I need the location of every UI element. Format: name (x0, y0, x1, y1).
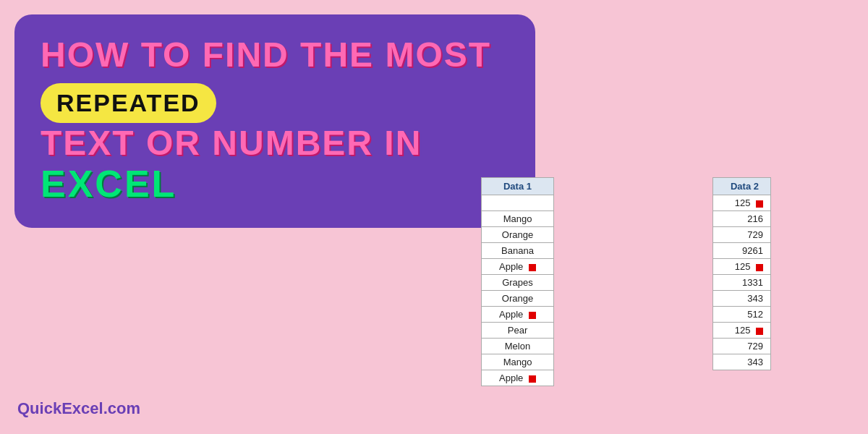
table-row: 125 (713, 195, 771, 211)
table-row (482, 195, 554, 211)
table-row: Grapes (482, 275, 554, 291)
table-row: 125 (713, 323, 771, 339)
banner-line3: EXCEL (41, 163, 176, 205)
table-row: Mango (482, 354, 554, 370)
table-row: 729 (713, 339, 771, 354)
table-row: Apple (482, 259, 554, 275)
repeated-label: REPEATED (56, 89, 200, 116)
highlight-dot (756, 200, 763, 208)
table-row: Pear (482, 323, 554, 339)
highlight-dot (756, 328, 763, 335)
table-row: 216 (713, 211, 771, 227)
table-row: Mango (482, 211, 554, 227)
table-row: Melon (482, 339, 554, 354)
highlight-dot (529, 312, 536, 319)
table-row: Orange (482, 291, 554, 307)
data2-header: Data 2 (713, 178, 771, 195)
table-row: 1331 (713, 275, 771, 291)
data1-header: Data 1 (482, 178, 554, 195)
table-row: 343 (713, 354, 771, 370)
table-row: 729 (713, 227, 771, 243)
table-row: Orange (482, 227, 554, 243)
data1-table: Data 1 MangoOrangeBananaApple GrapesOran… (481, 177, 554, 386)
table-row: Banana (482, 243, 554, 259)
table-row: 125 (713, 259, 771, 275)
highlight-dot (529, 264, 536, 271)
table-row: 512 (713, 307, 771, 323)
highlight-dot (756, 264, 763, 271)
banner: HOW TO FIND THE MOST REPEATED TEXT OR NU… (14, 14, 535, 228)
banner-line1: HOW TO FIND THE MOST (41, 35, 491, 75)
banner-line2: TEXT OR NUMBER IN (41, 124, 422, 162)
table-row: 343 (713, 291, 771, 307)
data2-table: Data 2 125 2167299261125 1331343512125 7… (712, 177, 771, 370)
table-row: Apple (482, 307, 554, 323)
table-row: Apple (482, 370, 554, 386)
repeated-badge: REPEATED (41, 83, 216, 123)
table-row: 9261 (713, 243, 771, 259)
highlight-dot (529, 375, 536, 383)
branding-text: QuickExcel.com (17, 399, 140, 417)
branding: QuickExcel.com (17, 399, 140, 418)
